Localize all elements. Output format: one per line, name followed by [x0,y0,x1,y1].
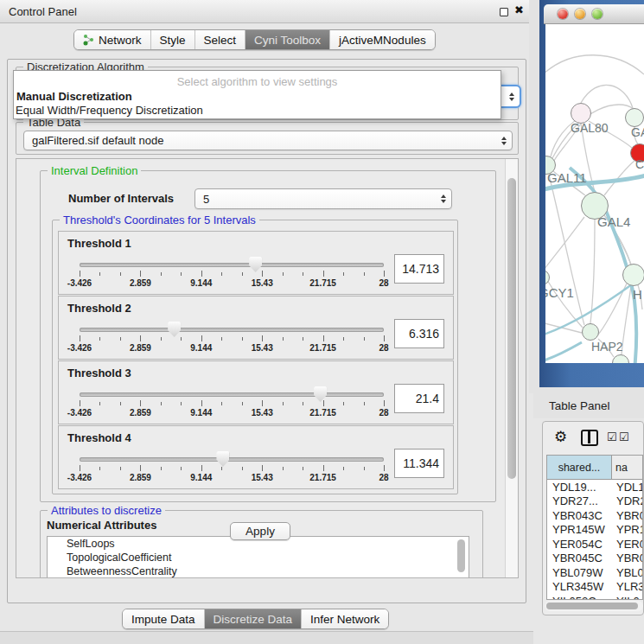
node-label: GA [631,125,644,139]
slider-scale-label: 9.144 [190,473,212,482]
settings-scroll-area: Interval Definition Number of Intervals … [16,158,519,578]
slider-ticks [80,400,384,407]
table-cell[interactable]: YER054C [547,538,612,551]
attributes-group-title: Attributes to discretize [48,504,165,517]
gear-icon[interactable]: ⚙ [554,428,567,446]
window-minimize-icon[interactable] [575,9,585,19]
table-cell[interactable]: YDL19... [547,481,612,494]
threshold-slider[interactable]: -3.4262.8599.14415.4321.71528 [80,259,384,285]
algorithm-option-manual[interactable]: Manual Discretization [16,90,132,103]
slider-track[interactable] [80,263,384,267]
close-icon[interactable]: ✖ [514,3,524,16]
slider-scale-label: 9.144 [190,278,212,288]
threshold-value-field[interactable]: 6.316 [394,319,444,348]
algorithm-hint-item[interactable]: Select algorithm to view settings [14,75,501,88]
tab-cyni-toolbox-label: Cyni Toolbox [254,34,321,47]
table-cell[interactable]: YDL1 [612,481,643,494]
table-cell[interactable]: YIL0 [612,595,643,600]
tab-discretize-data-label: Discretize Data [214,613,293,626]
table-cell[interactable]: YBL079W [547,566,612,579]
network-window: GAL80GACGAL11GAL4GCY1HHAP2 [544,4,644,387]
table-cell[interactable]: YBR0 [612,509,643,522]
table-cell[interactable]: YBR0 [612,552,643,564]
checkbox-icon[interactable]: ☑ [607,430,617,443]
table-cell[interactable]: YLR3 [612,580,643,593]
tab-discretize-data[interactable]: Discretize Data [205,609,303,628]
threshold-row-4: Threshold 4-3.4262.8599.14415.4321.71528… [58,425,454,489]
attribute-list-item[interactable]: BetweennessCentrality [48,564,469,578]
network-node[interactable] [625,108,644,127]
threshold-value-field[interactable]: 11.344 [394,449,444,478]
slider-scale-label: 9.144 [190,408,212,418]
scrollbar-thumb[interactable] [507,178,516,479]
slider-track[interactable] [80,328,384,332]
tab-network[interactable]: Network [74,30,151,49]
tab-style[interactable]: Style [151,30,195,49]
table-cell[interactable]: YER0 [612,538,643,551]
split-view-icon[interactable] [581,430,598,446]
table-horizontal-scrollbar[interactable] [545,601,643,611]
table-cell[interactable]: YPR1 [612,523,643,536]
tab-select[interactable]: Select [195,30,246,49]
table-row[interactable]: YIL052CYIL0 [547,594,643,600]
tab-network-label: Network [99,34,142,47]
threshold-value-field[interactable]: 21.4 [394,384,444,413]
table-row[interactable]: YDR27...YDR2 [547,494,643,509]
slider-scale-labels: -3.4262.8599.14415.4321.71528 [80,408,384,418]
table-cell[interactable]: YIL052C [547,595,612,600]
table-cell[interactable]: YBL0 [612,566,643,579]
number-of-intervals-combobox[interactable]: 5 [194,188,452,209]
network-canvas[interactable]: GAL80GACGAL11GAL4GCY1HHAP2 [545,24,644,363]
table-row[interactable]: YBR045CYBR0 [547,552,643,566]
table-cell[interactable]: YDR27... [547,494,612,507]
numerical-attributes-label: Numerical Attributes [47,519,156,532]
table-cell[interactable]: YBR043C [547,509,612,522]
control-panel-titlebar: Control Panel ✖ [0,0,533,23]
column-header-name[interactable]: na [612,456,643,480]
settings-scrollbar[interactable] [505,159,518,577]
attribute-list-item[interactable]: TopologicalCoefficient [48,551,469,564]
algorithm-option-equal-width[interactable]: Equal Width/Frequency Discretization [16,104,203,117]
slider-scale-label: 28 [379,408,388,418]
network-node[interactable] [622,264,644,286]
slider-track[interactable] [80,392,384,397]
thresholds-group-title: Threshold's Coordinates for 5 Intervals [60,214,259,226]
table-cell[interactable]: YPR145W [547,523,612,536]
float-window-icon[interactable] [500,8,508,16]
threshold-label: Threshold 4 [67,431,131,444]
apply-button[interactable]: Apply [230,522,290,540]
tab-impute-data[interactable]: Impute Data [123,609,205,628]
network-node[interactable] [582,323,599,341]
slider-track[interactable] [80,457,384,462]
slider-scale-label: 21.715 [309,408,336,418]
bottom-tab-bar: Impute Data Discretize Data Infer Networ… [122,609,389,629]
threshold-slider[interactable]: -3.4262.8599.14415.4321.71528 [80,389,384,415]
checkbox-icon[interactable]: ☑ [619,430,629,443]
column-header-shared-name[interactable]: shared... [547,456,612,480]
slider-scale-label: 15.43 [252,408,273,418]
table-cell[interactable]: YDR2 [612,494,643,507]
window-zoom-icon[interactable] [592,9,603,19]
table-row[interactable]: YBL079WYBL0 [547,565,643,580]
table-row[interactable]: YER054CYER0 [547,537,643,552]
window-close-icon[interactable] [558,9,568,19]
table-cell[interactable]: YLR345W [547,580,612,593]
table-row[interactable]: YPR145WYPR1 [547,523,643,538]
threshold-slider[interactable]: -3.4262.8599.14415.4321.71528 [80,324,384,350]
table-cell[interactable]: YBR045C [547,552,612,564]
slider-scale-label: -3.426 [67,278,92,288]
table-data-combobox[interactable]: galFiltered.sif default node [23,131,513,150]
tab-infer-network[interactable]: Infer Network [302,609,388,628]
tab-jactivemnodules[interactable]: jActiveMNodules [330,30,435,49]
table-row[interactable]: YBR043CYBR0 [547,508,643,523]
threshold-value-field[interactable]: 14.713 [394,254,444,284]
scrollbar-thumb[interactable] [546,603,638,609]
threshold-label: Threshold 3 [67,367,131,379]
table-row[interactable]: YLR345WYLR3 [547,580,643,595]
list-scrollbar[interactable] [457,539,465,572]
tab-cyni-toolbox[interactable]: Cyni Toolbox [245,30,330,49]
numerical-attributes-list[interactable]: SelfLoopsTopologicalCoefficientBetweenne… [47,536,469,578]
slider-ticks [80,465,384,472]
table-row[interactable]: YDL19...YDL1 [547,480,643,494]
threshold-slider[interactable]: -3.4262.8599.14415.4321.71528 [80,454,384,480]
